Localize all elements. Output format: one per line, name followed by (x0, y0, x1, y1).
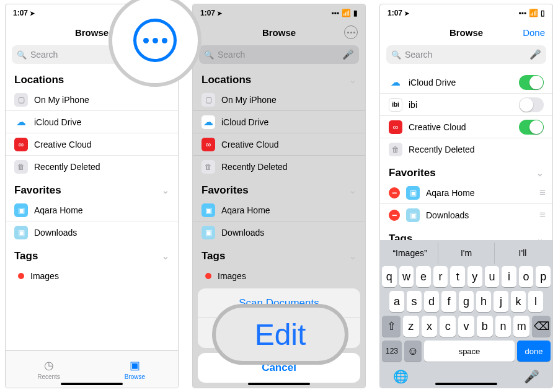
suggestion-button[interactable]: I'll (495, 243, 551, 264)
key-a[interactable]: a (389, 291, 404, 312)
key-e[interactable]: e (416, 266, 431, 287)
cloud-icon: ☁︎ (202, 115, 215, 129)
location-indicator-icon: ➤ (30, 10, 35, 17)
tag-color-icon (18, 273, 24, 279)
key-w[interactable]: w (399, 266, 414, 287)
key-i[interactable]: i (502, 266, 516, 287)
trash-icon: 🗑 (389, 143, 402, 156)
home-indicator[interactable] (61, 383, 123, 385)
delete-button[interactable]: − (389, 210, 400, 221)
key-l[interactable]: l (528, 291, 543, 312)
tag-row[interactable]: Images (6, 265, 178, 287)
status-time: 1:07 (13, 9, 28, 17)
drag-handle-icon[interactable]: ≡ (539, 187, 544, 199)
toggle-icloud-drive[interactable] (519, 75, 544, 90)
location-row[interactable]: ▢On My iPhone (6, 89, 178, 111)
suggestion-button[interactable]: “Images” (382, 243, 438, 264)
key-o[interactable]: o (519, 266, 534, 287)
key-j[interactable]: j (494, 291, 508, 312)
edit-location-row: 🗑Recently Deleted (380, 138, 552, 161)
wifi-icon: 📶 (342, 9, 351, 17)
key-s[interactable]: s (407, 291, 422, 312)
key-t[interactable]: t (450, 266, 465, 287)
section-tags-header[interactable]: Tags⌄ (6, 244, 178, 265)
dictation-key[interactable]: 🎤 (524, 369, 539, 384)
wifi-icon: 📶 (529, 9, 538, 17)
status-bar: 1:07 ➤ ▪▪▪📶▮ (193, 4, 365, 22)
chevron-down-icon: ⌄ (349, 185, 356, 195)
battery-icon: ▮ (353, 9, 358, 17)
chevron-down-icon: ⌄ (536, 168, 544, 178)
section-tags-header[interactable]: Tags⌄ (193, 244, 365, 265)
edit-favorite-row: − ▣Downloads ≡ (380, 204, 552, 226)
more-icon (344, 25, 358, 39)
tab-bar: ◷Recents ▣Browse (6, 350, 178, 388)
search-input[interactable]: 🔍Search 🎤 (386, 45, 546, 64)
creative-cloud-icon: ∞ (14, 138, 28, 151)
key-f[interactable]: f (441, 291, 456, 312)
suggestion-button[interactable]: I'm (438, 243, 495, 264)
done-button[interactable]: Done (523, 22, 545, 43)
key-m[interactable]: m (513, 316, 529, 337)
backspace-key[interactable]: ⌫ (532, 316, 551, 337)
emoji-key[interactable]: ☺ (404, 341, 422, 362)
key-q[interactable]: q (382, 266, 397, 287)
key-x[interactable]: x (422, 316, 438, 337)
phone-icon: ▢ (14, 93, 28, 107)
folder-icon: ▣ (202, 226, 215, 239)
shift-key[interactable]: ⇧ (382, 316, 401, 337)
key-c[interactable]: c (440, 316, 456, 337)
key-z[interactable]: z (403, 316, 419, 337)
key-b[interactable]: b (477, 316, 493, 337)
more-button[interactable] (344, 22, 358, 43)
callout-more-button (108, 0, 202, 87)
section-favorites-header[interactable]: Favorites⌄ (380, 161, 552, 182)
location-row[interactable]: 🗑Recently Deleted (6, 156, 178, 178)
done-key[interactable]: done (517, 341, 551, 362)
cloud-icon: ☁︎ (389, 76, 402, 89)
home-indicator[interactable] (435, 383, 497, 385)
section-locations-header[interactable]: Locations⌄ (193, 68, 365, 89)
key-d[interactable]: d (424, 291, 439, 312)
toggle-creative-cloud[interactable] (519, 120, 544, 135)
folder-icon: ▣ (14, 226, 28, 239)
key-u[interactable]: u (485, 266, 500, 287)
key-p[interactable]: p (536, 266, 551, 287)
toggle-ibi[interactable] (519, 97, 544, 112)
location-row: ∞Creative Cloud (193, 133, 365, 156)
globe-key[interactable]: 🌐 (393, 369, 409, 384)
drag-handle-icon[interactable]: ≡ (539, 209, 544, 221)
key-n[interactable]: n (495, 316, 512, 337)
favorite-row[interactable]: ▣Downloads (6, 221, 178, 244)
favorite-row[interactable]: ▣Aqara Home (6, 199, 178, 221)
key-k[interactable]: k (511, 291, 526, 312)
section-favorites-header[interactable]: Favorites⌄ (193, 178, 365, 199)
numbers-key[interactable]: 123 (382, 341, 402, 362)
location-row[interactable]: ☁︎iCloud Drive (6, 111, 178, 133)
search-icon: 🔍 (391, 50, 401, 60)
search-placeholder: Search (30, 50, 58, 60)
space-key[interactable]: space (424, 341, 515, 362)
phone-icon: ▢ (202, 93, 215, 107)
chevron-down-icon: ⌄ (349, 251, 356, 261)
location-indicator-icon: ➤ (217, 10, 222, 17)
key-r[interactable]: r (433, 266, 448, 287)
mic-icon[interactable]: 🎤 (342, 49, 354, 60)
search-input[interactable]: 🔍Search 🎤 (199, 45, 359, 64)
location-row: ☁︎iCloud Drive (193, 111, 365, 133)
more-icon (133, 19, 177, 62)
delete-button[interactable]: − (389, 187, 400, 198)
location-row[interactable]: ∞Creative Cloud (6, 133, 178, 156)
section-favorites-header[interactable]: Favorites⌄ (6, 178, 178, 199)
key-v[interactable]: v (458, 316, 474, 337)
key-y[interactable]: y (467, 266, 482, 287)
search-icon: 🔍 (204, 50, 214, 60)
creative-cloud-icon: ∞ (389, 120, 402, 134)
key-h[interactable]: h (476, 291, 491, 312)
favorite-row: ▣Downloads (193, 221, 365, 244)
mic-icon[interactable]: 🎤 (529, 49, 541, 60)
key-g[interactable]: g (459, 291, 474, 312)
location-row: ▢On My iPhone (193, 89, 365, 111)
search-icon: 🔍 (17, 50, 27, 60)
chevron-down-icon: ⌄ (162, 251, 169, 261)
